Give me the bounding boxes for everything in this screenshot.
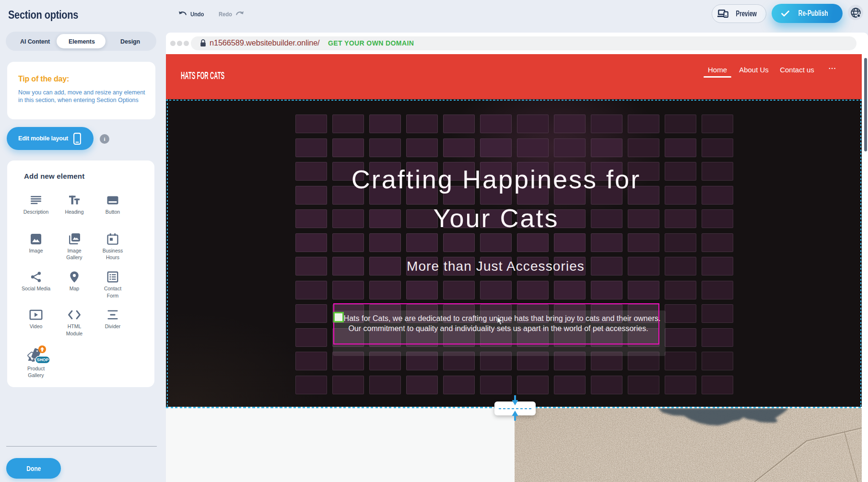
svg-text:SHOP: SHOP xyxy=(37,357,49,362)
